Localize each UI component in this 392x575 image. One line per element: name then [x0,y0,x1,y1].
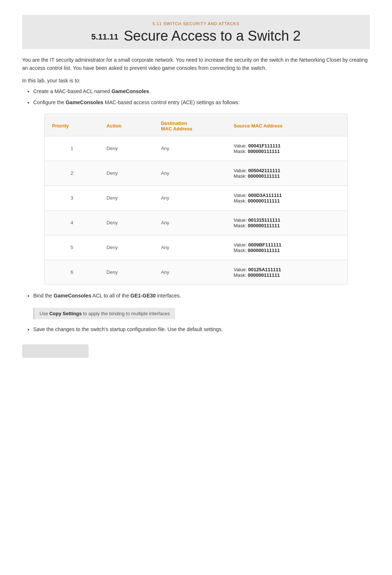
source-value-text: Value: 001315111111 [234,217,340,223]
dest-cell: Any [154,161,226,186]
copy-bold: Copy Settings [49,311,82,316]
action-cell: Deny [99,260,154,285]
source-value-text: Value: 00125A111111 [234,267,340,272]
task-item-1: Create a MAC-based ACL named GameConsole… [33,87,370,95]
col-header-priority: Priority [45,114,99,136]
table-row: 3DenyAnyValue: 000D3A111111Mask: 0000001… [45,186,347,210]
table-row: 5DenyAnyValue: 0009BF111111Mask: 0000001… [45,235,347,260]
task2-bold1: GameConsoles [66,99,103,105]
priority-cell: 3 [45,186,99,210]
source-cell: Value: 005042111111Mask: 000000111111 [226,161,347,186]
section-subtitle: 5.11 SWITCH SECURITY AND ATTACKS [30,21,362,26]
source-mask-text: Mask: 000000111111 [234,198,340,204]
footer-banner [22,344,89,358]
source-cell: Value: 001315111111Mask: 000000111111 [226,210,347,235]
bind-bold-acl: GameConsoles [54,293,91,299]
table-row: 6DenyAnyValue: 00125A111111Mask: 0000001… [45,260,347,285]
priority-cell: 6 [45,260,99,285]
bind-task-list: Bind the GameConsoles ACL to all of the … [22,292,370,300]
source-cell: Value: 00125A111111Mask: 000000111111 [226,260,347,285]
action-cell: Deny [99,186,154,210]
copy-text-before: Use [39,311,49,316]
bind-text-before: Bind the [33,293,54,299]
task1-bold: GameConsoles [111,88,149,94]
priority-cell: 2 [45,161,99,186]
col-header-source-mac: Source MAC Address [226,114,347,136]
source-value-text: Value: 0009BF111111 [234,242,340,248]
source-mask-text: Mask: 000000111111 [234,272,340,278]
dest-cell: Any [154,260,226,285]
bind-task-item: Bind the GameConsoles ACL to all of the … [33,292,370,300]
source-cell: Value: 0009BF111111Mask: 000000111111 [226,235,347,260]
priority-cell: 1 [45,136,99,161]
source-cell: Value: 000D3A111111Mask: 000000111111 [226,186,347,210]
dest-cell: Any [154,235,226,260]
table-row: 2DenyAnyValue: 005042111111Mask: 0000001… [45,161,347,186]
bind-bold-iface: GE1-GE30 [130,293,155,299]
dest-cell: Any [154,186,226,210]
dest-cell: Any [154,210,226,235]
page-wrapper: 5.11 SWITCH SECURITY AND ATTACKS 5.11.11… [0,0,392,575]
copy-text-after: to apply the binding to multiple interfa… [82,311,170,316]
table-header-row: Priority Action Destination MAC Address … [45,114,347,136]
action-cell: Deny [99,161,154,186]
action-cell: Deny [99,210,154,235]
col-header-dest-mac: Destination MAC Address [154,114,226,136]
ace-table: Priority Action Destination MAC Address … [45,114,347,285]
task2-text-middle: MAC-based access control entry (ACE) set… [103,99,240,105]
source-value-text: Value: 00041F111111 [234,143,340,149]
source-mask-text: Mask: 000000111111 [234,173,340,179]
action-cell: Deny [99,136,154,161]
dest-cell: Any [154,136,226,161]
task1-text-after: . [149,88,151,94]
col-header-action: Action [99,114,154,136]
ace-table-container: Priority Action Destination MAC Address … [44,113,348,285]
task1-text-before: Create a MAC-based ACL named [33,88,111,94]
section-header-banner: 5.11 SWITCH SECURITY AND ATTACKS 5.11.11… [22,15,370,49]
dest-mac-line2: MAC Address [161,126,192,132]
bind-text-middle: ACL to all of the [91,293,130,299]
section-number: 5.11.11 [91,32,118,41]
table-row: 4DenyAnyValue: 001315111111Mask: 0000001… [45,210,347,235]
source-cell: Value: 00041F111111Mask: 000000111111 [226,136,347,161]
save-task-list: Save the changes to the switch's startup… [22,325,370,333]
section-title-text: Secure Access to a Switch 2 [124,28,300,44]
intro-paragraph: You are the IT security administrator fo… [22,56,370,72]
task2-text-before: Configure the [33,99,66,105]
source-value-text: Value: 000D3A111111 [234,193,340,198]
table-row: 1DenyAnyValue: 00041F111111Mask: 0000001… [45,136,347,161]
table-body: 1DenyAnyValue: 00041F111111Mask: 0000001… [45,136,347,285]
task-list: Create a MAC-based ACL named GameConsole… [22,87,370,107]
bind-text-after: interfaces. [156,293,181,299]
task-intro: In this lab, your task is to: [22,78,370,84]
priority-cell: 4 [45,210,99,235]
source-mask-text: Mask: 000000111111 [234,248,340,253]
priority-cell: 5 [45,235,99,260]
source-value-text: Value: 005042111111 [234,168,340,173]
task-item-2: Configure the GameConsoles MAC-based acc… [33,98,370,106]
source-mask-text: Mask: 000000111111 [234,149,340,154]
action-cell: Deny [99,235,154,260]
copy-settings-note: Use Copy Settings to apply the binding t… [33,308,175,319]
dest-mac-line1: Destination [161,120,187,126]
save-task-item: Save the changes to the switch's startup… [33,325,370,333]
source-mask-text: Mask: 000000111111 [234,223,340,228]
section-title: 5.11.11 Secure Access to a Switch 2 [30,28,362,44]
